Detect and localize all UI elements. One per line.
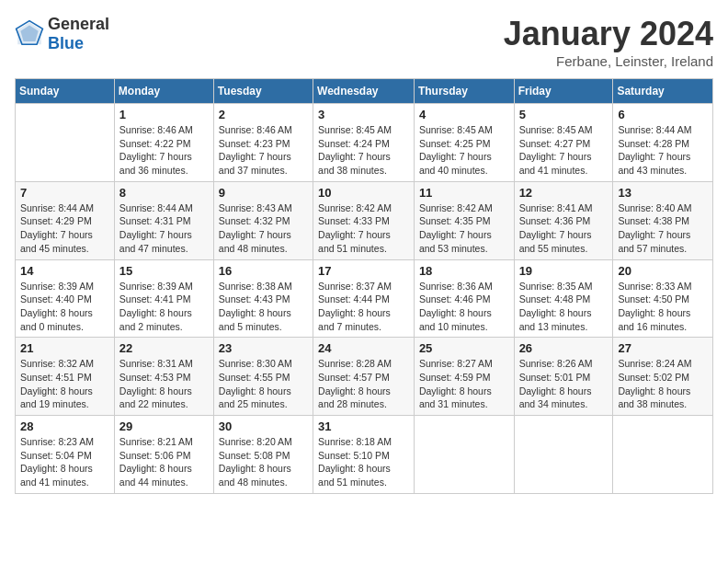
calendar-week-row: 1Sunrise: 8:46 AMSunset: 4:22 PMDaylight…	[16, 104, 713, 182]
logo: General Blue	[15, 15, 109, 53]
day-number: 27	[618, 341, 708, 355]
day-details: Sunrise: 8:18 AMSunset: 5:10 PMDaylight:…	[318, 435, 409, 489]
calendar-table: SundayMondayTuesdayWednesdayThursdayFrid…	[15, 78, 713, 494]
day-details: Sunrise: 8:43 AMSunset: 4:32 PMDaylight:…	[219, 201, 308, 256]
calendar-cell: 30Sunrise: 8:20 AMSunset: 5:08 PMDayligh…	[213, 416, 313, 494]
calendar-cell: 2Sunrise: 8:46 AMSunset: 4:23 PMDaylight…	[213, 104, 313, 182]
day-details: Sunrise: 8:23 AMSunset: 5:04 PMDaylight:…	[20, 435, 109, 489]
day-number: 4	[419, 108, 509, 121]
day-number: 31	[318, 419, 409, 433]
calendar-cell: 31Sunrise: 8:18 AMSunset: 5:10 PMDayligh…	[313, 416, 415, 494]
calendar-cell: 12Sunrise: 8:41 AMSunset: 4:36 PMDayligh…	[514, 181, 613, 259]
calendar-cell: 16Sunrise: 8:38 AMSunset: 4:43 PMDayligh…	[213, 259, 313, 338]
day-number: 5	[519, 108, 609, 121]
day-number: 15	[119, 264, 209, 278]
day-number: 14	[20, 264, 109, 278]
weekday-header-thursday: Thursday	[414, 79, 514, 104]
day-details: Sunrise: 8:20 AMSunset: 5:08 PMDaylight:…	[219, 435, 308, 489]
calendar-cell: 25Sunrise: 8:27 AMSunset: 4:59 PMDayligh…	[414, 338, 514, 416]
day-number: 9	[219, 186, 308, 200]
day-details: Sunrise: 8:44 AMSunset: 4:29 PMDaylight:…	[20, 201, 109, 256]
page-header: General Blue January 2024 Ferbane, Leins…	[15, 15, 713, 69]
calendar-cell: 1Sunrise: 8:46 AMSunset: 4:22 PMDaylight…	[114, 104, 213, 182]
title-area: January 2024 Ferbane, Leinster, Ireland	[504, 15, 713, 69]
day-details: Sunrise: 8:39 AMSunset: 4:40 PMDaylight:…	[20, 280, 109, 334]
calendar-header: SundayMondayTuesdayWednesdayThursdayFrid…	[16, 79, 713, 104]
day-number: 10	[318, 186, 409, 200]
calendar-week-row: 21Sunrise: 8:32 AMSunset: 4:51 PMDayligh…	[16, 338, 713, 416]
logo-general: General	[48, 15, 109, 33]
calendar-cell: 11Sunrise: 8:42 AMSunset: 4:35 PMDayligh…	[414, 181, 514, 259]
weekday-header-monday: Monday	[114, 79, 213, 104]
day-details: Sunrise: 8:46 AMSunset: 4:23 PMDaylight:…	[219, 123, 308, 178]
day-details: Sunrise: 8:45 AMSunset: 4:24 PMDaylight:…	[318, 123, 409, 178]
day-number: 20	[618, 264, 708, 278]
day-details: Sunrise: 8:24 AMSunset: 5:02 PMDaylight:…	[618, 357, 708, 411]
calendar-cell: 26Sunrise: 8:26 AMSunset: 5:01 PMDayligh…	[514, 338, 613, 416]
calendar-cell: 17Sunrise: 8:37 AMSunset: 4:44 PMDayligh…	[313, 259, 415, 338]
day-details: Sunrise: 8:45 AMSunset: 4:27 PMDaylight:…	[519, 123, 609, 178]
day-number: 12	[519, 186, 609, 200]
day-number: 23	[219, 341, 308, 355]
day-details: Sunrise: 8:33 AMSunset: 4:50 PMDaylight:…	[618, 280, 708, 334]
day-details: Sunrise: 8:42 AMSunset: 4:35 PMDaylight:…	[419, 201, 509, 256]
calendar-cell: 24Sunrise: 8:28 AMSunset: 4:57 PMDayligh…	[313, 338, 415, 416]
calendar-cell: 21Sunrise: 8:32 AMSunset: 4:51 PMDayligh…	[16, 338, 115, 416]
calendar-cell	[414, 416, 514, 494]
calendar-cell: 20Sunrise: 8:33 AMSunset: 4:50 PMDayligh…	[613, 259, 713, 338]
weekday-header-sunday: Sunday	[16, 79, 115, 104]
calendar-week-row: 28Sunrise: 8:23 AMSunset: 5:04 PMDayligh…	[16, 416, 713, 494]
logo-text: General Blue	[48, 15, 109, 53]
day-number: 1	[119, 108, 209, 121]
day-number: 3	[318, 108, 409, 121]
calendar-cell: 15Sunrise: 8:39 AMSunset: 4:41 PMDayligh…	[114, 259, 213, 338]
logo-icon	[15, 19, 44, 49]
weekday-header-friday: Friday	[514, 79, 613, 104]
day-details: Sunrise: 8:36 AMSunset: 4:46 PMDaylight:…	[419, 280, 509, 334]
calendar-cell: 19Sunrise: 8:35 AMSunset: 4:48 PMDayligh…	[514, 259, 613, 338]
calendar-cell: 8Sunrise: 8:44 AMSunset: 4:31 PMDaylight…	[114, 181, 213, 259]
calendar-cell: 13Sunrise: 8:40 AMSunset: 4:38 PMDayligh…	[613, 181, 713, 259]
day-details: Sunrise: 8:27 AMSunset: 4:59 PMDaylight:…	[419, 357, 509, 411]
day-details: Sunrise: 8:42 AMSunset: 4:33 PMDaylight:…	[318, 201, 409, 256]
day-number: 30	[219, 419, 308, 433]
day-details: Sunrise: 8:31 AMSunset: 4:53 PMDaylight:…	[119, 357, 209, 411]
calendar-cell: 7Sunrise: 8:44 AMSunset: 4:29 PMDaylight…	[16, 181, 115, 259]
day-details: Sunrise: 8:26 AMSunset: 5:01 PMDaylight:…	[519, 357, 609, 411]
day-number: 2	[219, 108, 308, 121]
calendar-cell: 4Sunrise: 8:45 AMSunset: 4:25 PMDaylight…	[414, 104, 514, 182]
day-number: 26	[519, 341, 609, 355]
calendar-cell: 10Sunrise: 8:42 AMSunset: 4:33 PMDayligh…	[313, 181, 415, 259]
day-number: 6	[618, 108, 708, 121]
calendar-cell: 6Sunrise: 8:44 AMSunset: 4:28 PMDaylight…	[613, 104, 713, 182]
day-number: 8	[119, 186, 209, 200]
day-details: Sunrise: 8:37 AMSunset: 4:44 PMDaylight:…	[318, 280, 409, 334]
day-number: 17	[318, 264, 409, 278]
calendar-cell	[16, 104, 115, 182]
day-number: 28	[20, 419, 109, 433]
location-subtitle: Ferbane, Leinster, Ireland	[504, 53, 713, 69]
day-number: 24	[318, 341, 409, 355]
day-number: 13	[618, 186, 708, 200]
calendar-cell	[514, 416, 613, 494]
day-details: Sunrise: 8:30 AMSunset: 4:55 PMDaylight:…	[219, 357, 308, 411]
day-details: Sunrise: 8:44 AMSunset: 4:28 PMDaylight:…	[618, 123, 708, 178]
weekday-header-wednesday: Wednesday	[313, 79, 415, 104]
day-details: Sunrise: 8:41 AMSunset: 4:36 PMDaylight:…	[519, 201, 609, 256]
day-details: Sunrise: 8:32 AMSunset: 4:51 PMDaylight:…	[20, 357, 109, 411]
calendar-cell: 9Sunrise: 8:43 AMSunset: 4:32 PMDaylight…	[213, 181, 313, 259]
weekday-header-row: SundayMondayTuesdayWednesdayThursdayFrid…	[16, 79, 713, 104]
day-details: Sunrise: 8:46 AMSunset: 4:22 PMDaylight:…	[119, 123, 209, 178]
day-number: 29	[119, 419, 209, 433]
calendar-cell: 28Sunrise: 8:23 AMSunset: 5:04 PMDayligh…	[16, 416, 115, 494]
day-details: Sunrise: 8:39 AMSunset: 4:41 PMDaylight:…	[119, 280, 209, 334]
day-details: Sunrise: 8:45 AMSunset: 4:25 PMDaylight:…	[419, 123, 509, 178]
day-number: 19	[519, 264, 609, 278]
logo-blue: Blue	[48, 34, 84, 52]
weekday-header-tuesday: Tuesday	[213, 79, 313, 104]
calendar-cell: 18Sunrise: 8:36 AMSunset: 4:46 PMDayligh…	[414, 259, 514, 338]
calendar-cell: 29Sunrise: 8:21 AMSunset: 5:06 PMDayligh…	[114, 416, 213, 494]
day-details: Sunrise: 8:44 AMSunset: 4:31 PMDaylight:…	[119, 201, 209, 256]
calendar-cell: 3Sunrise: 8:45 AMSunset: 4:24 PMDaylight…	[313, 104, 415, 182]
weekday-header-saturday: Saturday	[613, 79, 713, 104]
